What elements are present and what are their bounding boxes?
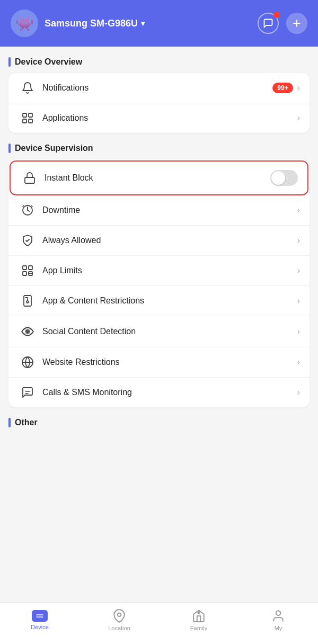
app-header: 👾 Samsung SM-G986U ▾ xyxy=(0,0,318,47)
app-limits-item[interactable]: App Limits › xyxy=(8,256,310,286)
device-nav-label: Device xyxy=(31,624,49,630)
svg-point-23 xyxy=(118,613,121,617)
dropdown-arrow-icon[interactable]: ▾ xyxy=(141,19,145,28)
my-nav-label: My xyxy=(275,625,282,631)
app-content-restrictions-right: › xyxy=(297,296,300,306)
app-content-restrictions-label: App & Content Restrictions xyxy=(42,296,297,306)
website-restrictions-icon xyxy=(18,356,37,369)
always-allowed-item[interactable]: Always Allowed › xyxy=(8,226,310,256)
instant-block-toggle[interactable] xyxy=(270,170,298,186)
always-allowed-chevron-icon: › xyxy=(297,236,300,245)
calls-sms-chevron-icon: › xyxy=(297,388,300,397)
avatar[interactable]: 👾 xyxy=(11,10,38,37)
applications-label: Applications xyxy=(42,113,297,123)
nav-item-location[interactable]: Location xyxy=(80,607,159,633)
social-content-item[interactable]: Social Content Detection › xyxy=(8,316,310,347)
plus-icon xyxy=(292,18,302,29)
svg-rect-6 xyxy=(25,177,34,183)
message-icon xyxy=(263,18,273,29)
app-limits-label: App Limits xyxy=(42,266,297,275)
notifications-label: Notifications xyxy=(42,83,272,93)
always-allowed-right: › xyxy=(297,236,300,245)
device-supervision-card: Instant Block Downtime › xyxy=(8,159,310,407)
svg-rect-10 xyxy=(23,272,26,275)
app-content-restrictions-item[interactable]: App & Content Restrictions › xyxy=(8,286,310,316)
device-overview-section-title: Device Overview xyxy=(8,57,310,67)
applications-chevron-icon: › xyxy=(297,113,300,123)
social-content-chevron-icon: › xyxy=(297,327,300,336)
header-right xyxy=(258,13,307,34)
device-overview-card: Notifications 99+ › Applications › xyxy=(8,73,310,133)
downtime-chevron-icon: › xyxy=(297,205,300,215)
social-content-right: › xyxy=(297,327,300,336)
svg-point-24 xyxy=(198,612,199,613)
nav-item-family[interactable]: Family xyxy=(159,607,238,633)
calls-sms-right: › xyxy=(297,388,300,397)
svg-rect-3 xyxy=(29,113,32,117)
svg-point-14 xyxy=(26,301,29,303)
svg-rect-9 xyxy=(29,266,32,270)
calls-sms-label: Calls & SMS Monitoring xyxy=(42,388,297,397)
applications-icon xyxy=(18,112,37,124)
header-left: 👾 Samsung SM-G986U ▾ xyxy=(11,10,145,37)
location-nav-label: Location xyxy=(108,625,130,631)
calls-sms-icon xyxy=(18,386,37,399)
notifications-chevron-icon: › xyxy=(297,83,300,93)
messages-button[interactable] xyxy=(258,13,279,34)
applications-right: › xyxy=(297,113,300,123)
app-limits-right: › xyxy=(297,266,300,275)
always-allowed-label: Always Allowed xyxy=(42,236,297,245)
calls-sms-item[interactable]: Calls & SMS Monitoring › xyxy=(8,378,310,407)
downtime-item[interactable]: Downtime › xyxy=(8,195,310,226)
svg-rect-8 xyxy=(23,266,26,270)
device-name[interactable]: Samsung SM-G986U ▾ xyxy=(45,18,145,29)
my-nav-icon xyxy=(271,609,285,623)
svg-rect-2 xyxy=(23,113,26,117)
app-content-restrictions-chevron-icon: › xyxy=(297,296,300,306)
app-limits-icon xyxy=(18,264,37,277)
nav-item-my[interactable]: My xyxy=(238,607,318,633)
svg-rect-5 xyxy=(29,119,32,123)
other-section-title: Other xyxy=(8,418,310,427)
notification-icon xyxy=(18,82,37,94)
instant-block-label: Instant Block xyxy=(45,173,270,183)
always-allowed-icon xyxy=(18,234,37,247)
website-restrictions-label: Website Restrictions xyxy=(42,357,297,367)
device-supervision-section-title: Device Supervision xyxy=(8,144,310,153)
svg-point-17 xyxy=(27,331,28,332)
downtime-icon xyxy=(18,204,37,217)
bottom-navigation: Device Location Family My xyxy=(0,602,318,644)
toggle-knob xyxy=(271,171,285,185)
website-restrictions-item[interactable]: Website Restrictions › xyxy=(8,347,310,378)
notifications-right: 99+ › xyxy=(272,83,300,93)
applications-item[interactable]: Applications › xyxy=(8,103,310,133)
notifications-item[interactable]: Notifications 99+ › xyxy=(8,73,310,103)
instant-block-icon xyxy=(20,172,39,184)
notification-badge xyxy=(273,12,280,18)
family-nav-icon xyxy=(192,609,206,623)
instant-block-item[interactable]: Instant Block xyxy=(11,162,307,194)
downtime-right: › xyxy=(297,205,300,215)
website-restrictions-chevron-icon: › xyxy=(297,357,300,367)
app-content-restrictions-icon xyxy=(18,294,37,307)
main-content: Device Overview Notifications 99+ › xyxy=(0,47,318,602)
instant-block-wrapper: Instant Block xyxy=(10,160,308,195)
notifications-badge: 99+ xyxy=(272,83,293,93)
device-nav-icon xyxy=(32,610,48,622)
svg-point-25 xyxy=(276,611,281,615)
add-button[interactable] xyxy=(286,13,307,34)
social-content-label: Social Content Detection xyxy=(42,327,297,336)
location-nav-icon xyxy=(112,609,126,623)
downtime-label: Downtime xyxy=(42,205,297,215)
nav-item-device[interactable]: Device xyxy=(0,608,80,632)
app-limits-chevron-icon: › xyxy=(297,266,300,275)
social-content-icon xyxy=(18,325,37,338)
svg-rect-4 xyxy=(23,119,26,123)
family-nav-label: Family xyxy=(190,625,207,631)
website-restrictions-right: › xyxy=(297,357,300,367)
